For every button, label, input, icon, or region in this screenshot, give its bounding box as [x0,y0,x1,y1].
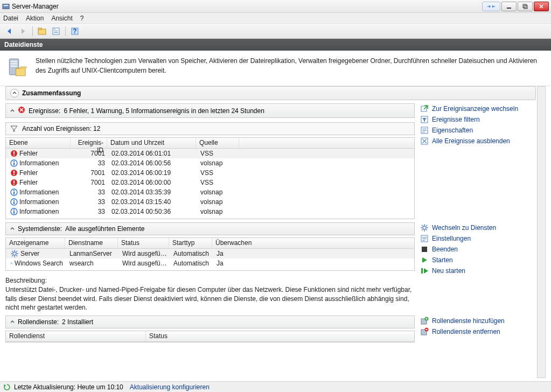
properties-button[interactable] [50,25,62,37]
svg-rect-20 [13,155,15,156]
col-datetime[interactable]: Datum und Uhrzeit [107,138,196,148]
filter-icon [10,125,18,132]
props-icon [420,126,429,135]
services-tbody[interactable]: ServerLanmanServerWird ausgefü…Automatis… [6,249,414,271]
window-controls [500,2,549,11]
collapse-icon[interactable] [10,225,15,233]
sidelink[interactable]: Eigenschaften [420,126,536,135]
minimize-button[interactable] [501,2,517,11]
svg-point-64 [423,226,426,229]
sidelink-label: Rollendienste hinzufügen [432,317,505,325]
events-title: Ereignisse: [29,107,60,115]
collapse-icon[interactable] [10,318,15,326]
nav-swap-button[interactable] [482,2,500,11]
col-level[interactable]: Ebene [6,138,71,148]
summary-panel-header: Zusammenfassung [5,86,536,100]
table-row[interactable]: Informationen3302.03.2014 00:50:36volsna… [6,207,414,216]
col-monitor[interactable]: Überwachen [212,238,414,248]
svg-rect-32 [13,190,15,191]
col-source[interactable]: Quelle [196,138,239,148]
svg-rect-1 [4,5,9,6]
menu-action[interactable]: Aktion [26,15,44,22]
table-row[interactable]: Windows SearchwsearchWird ausgefü…Automa… [6,258,414,268]
table-row[interactable]: ServerLanmanServerWird ausgefü…Automatis… [6,249,414,258]
events-tbody[interactable]: Fehler700102.03.2014 06:01:01VSSInformat… [6,149,414,219]
svg-rect-19 [13,151,15,154]
col-displayname[interactable]: Anzeigename [6,238,65,248]
svg-line-52 [16,255,17,256]
menu-help[interactable]: ? [80,15,84,22]
col-starttype[interactable]: Starttyp [169,238,212,248]
svg-rect-76 [422,240,425,241]
help-button[interactable]: ? [69,25,81,37]
svg-rect-3 [523,4,526,8]
table-row[interactable]: Fehler700102.03.2014 06:00:00VSS [6,178,414,187]
maximize-button[interactable] [518,2,533,11]
services-title: Systemdienste: [18,225,62,233]
col-status[interactable]: Status [118,238,169,248]
svg-rect-8 [54,29,55,30]
menu-file[interactable]: Datei [3,15,18,22]
sidelink[interactable]: Neu starten [420,267,536,275]
close-button[interactable] [534,2,549,11]
explorer-button[interactable] [36,25,48,37]
roles-sidelinks: Rollendienste hinzufügenRollendienste en… [420,316,536,337]
sidelink[interactable]: Beenden [420,245,536,254]
window-title: Server-Manager [12,3,59,10]
menu-view[interactable]: Ansicht [51,15,72,22]
services-table: Anzeigename Dienstname Status Starttyp Ü… [5,237,415,271]
svg-rect-0 [3,4,9,9]
app-icon [2,3,10,10]
col-roleservice[interactable]: Rollendienst [6,331,146,341]
svg-rect-23 [13,161,15,162]
sidelink[interactable]: Wechseln zu Diensten [420,223,536,232]
sidelink[interactable]: Starten [420,256,536,264]
sidelink[interactable]: Rollendienste hinzufügen [420,317,536,325]
sidelink-label: Starten [432,256,453,264]
svg-rect-43 [422,130,427,131]
filter-icon [420,115,429,124]
services-thead: Anzeigename Dienstname Status Starttyp Ü… [6,238,414,249]
svg-point-46 [13,252,16,255]
svg-rect-44 [422,132,425,132]
table-row[interactable]: Fehler700102.03.2014 06:01:01VSS [6,149,414,158]
sidelink[interactable]: Rollendienste entfernen [420,327,536,336]
page-header: Dateidienste [0,39,551,51]
sidelink-label: Zur Ereignisanzeige wechseln [432,105,518,113]
main-scrollbar[interactable] [537,86,546,378]
forward-button[interactable] [17,25,29,37]
svg-rect-75 [422,239,427,239]
statusbar: Letzte Aktualisierung: Heute um 10:10 Ak… [0,381,551,392]
fileservices-icon [6,56,29,80]
sidelink-label: Neu starten [432,267,465,275]
collapse-icon[interactable] [10,89,19,97]
props-icon [420,234,429,243]
table-row[interactable]: Informationen3302.03.2014 06:00:56volsna… [6,158,414,168]
svg-point-55 [11,263,12,264]
col-rolestatus[interactable]: Status [146,331,414,341]
collapse-icon[interactable] [10,107,15,115]
sidelink[interactable]: Einstellungen [420,234,536,243]
table-row[interactable]: Informationen3302.03.2014 03:15:40volsna… [6,197,414,207]
back-button[interactable] [3,25,15,37]
table-row[interactable]: Informationen3302.03.2014 03:35:39volsna… [6,187,414,197]
summary-title: Zusammenfassung [22,89,81,97]
col-id[interactable]: Ereignis-ID [71,138,107,148]
sidelink-label: Eigenschaften [432,127,473,134]
sidelink[interactable]: Alle Ereignisse ausblenden [420,137,536,145]
svg-line-61 [12,264,12,264]
refresh-icon [3,383,11,391]
hide-icon [420,137,429,145]
status-link[interactable]: Aktualisierung konfigurieren [130,383,210,391]
table-row[interactable]: Fehler700102.03.2014 06:00:19VSS [6,168,414,178]
svg-line-54 [16,251,17,252]
col-servicename[interactable]: Dienstname [65,238,118,248]
stop-icon [420,245,429,254]
events-sidelinks: Zur Ereignisanzeige wechselnEreignisse f… [420,103,536,146]
sidelink[interactable]: Ereignisse filtern [420,115,536,124]
main-content: Zusammenfassung Ereignisse: 6 Fehler, 1 … [0,83,551,381]
svg-rect-74 [422,237,427,237]
sidelink[interactable]: Zur Ereignisanzeige wechseln [420,104,536,113]
events-subtitle: 6 Fehler, 1 Warnung, 5 Informationsereig… [64,107,264,115]
events-table: Ebene Ereignis-ID Datum und Uhrzeit Quel… [5,137,415,219]
